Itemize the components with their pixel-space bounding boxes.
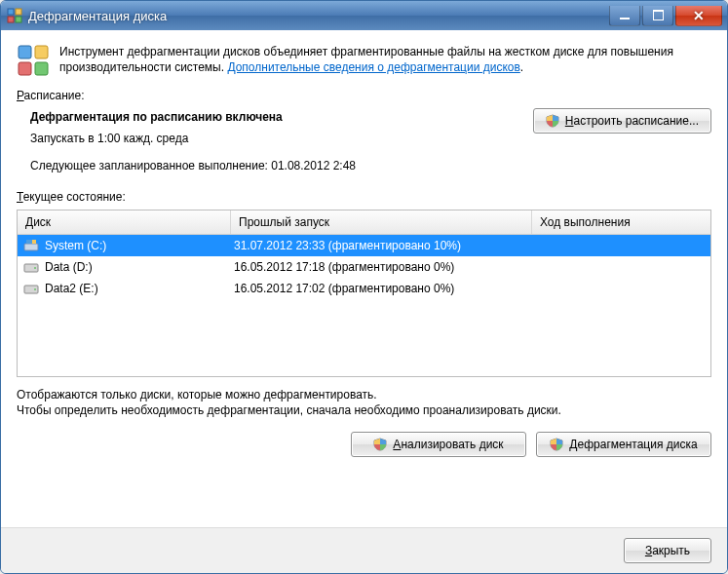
content-area: Инструмент дефрагментации дисков объедин… [1, 30, 727, 516]
svg-rect-0 [8, 9, 14, 15]
defrag-app-icon [7, 8, 22, 23]
col-header-progress[interactable]: Ход выполнения [532, 210, 710, 234]
schedule-next-run: Следующее запланированное выполнение: 01… [30, 157, 356, 174]
disk-name-cell: Data2 (E:) [18, 281, 228, 296]
svg-rect-2 [8, 17, 14, 22]
shield-icon [546, 114, 559, 128]
analyze-disk-button[interactable]: Анализировать диск [351, 432, 526, 457]
defrag-large-icon [17, 44, 50, 77]
window-root: Дефрагментация диска ✕ Инструмент дефраг… [0, 0, 728, 574]
last-run-cell: 16.05.2012 17:02 (фрагментировано 0%) [228, 282, 526, 295]
disk-name-cell: System (C:) [18, 238, 228, 253]
svg-rect-1 [16, 9, 21, 15]
system-drive-icon [23, 238, 39, 253]
hints-text: Отображаются только диски, которые можно… [17, 387, 711, 418]
last-run-cell: 31.07.2012 23:33 (фрагментировано 10%) [228, 239, 526, 252]
svg-rect-9 [26, 240, 32, 244]
disk-name: System (C:) [45, 239, 106, 252]
help-link[interactable]: Дополнительные сведения о дефрагментации… [227, 60, 519, 74]
svg-rect-6 [19, 62, 31, 75]
hard-drive-icon [23, 281, 39, 296]
svg-rect-4 [19, 46, 31, 58]
hint-line-1: Отображаются только диски, которые можно… [17, 387, 711, 402]
disk-name-cell: Data (D:) [18, 259, 228, 275]
window-title: Дефрагментация диска [28, 9, 608, 23]
svg-point-12 [34, 267, 36, 269]
table-row[interactable]: Data2 (E:)16.05.2012 17:02 (фрагментиров… [18, 278, 710, 299]
hard-drive-icon [23, 259, 39, 275]
titlebar: Дефрагментация диска ✕ [1, 1, 727, 30]
disk-name: Data2 (E:) [45, 282, 98, 295]
disk-name: Data (D:) [45, 260, 93, 274]
shield-icon [373, 438, 387, 451]
disk-table-header: Диск Прошлый запуск Ход выполнения [18, 210, 710, 235]
svg-rect-8 [24, 244, 38, 250]
configure-schedule-button[interactable]: Настроить расписание... [533, 108, 711, 134]
maximize-button[interactable] [642, 6, 673, 26]
table-row[interactable]: Data (D:)16.05.2012 17:18 (фрагментирова… [18, 256, 710, 278]
svg-rect-10 [32, 240, 36, 244]
col-header-disk[interactable]: Диск [18, 210, 231, 234]
close-button[interactable]: Закрыть [624, 538, 711, 563]
shield-icon [550, 438, 563, 451]
window-controls: ✕ [608, 6, 723, 26]
col-header-last-run[interactable]: Прошлый запуск [231, 210, 532, 234]
disk-table-body: System (C:)31.07.2012 23:33 (фрагментиро… [18, 235, 710, 376]
action-buttons-row: Анализировать диск Дефрагментация диска [17, 432, 711, 457]
schedule-enabled-text: Дефрагментация по расписанию включена [30, 108, 356, 126]
last-run-cell: 16.05.2012 17:18 (фрагментировано 0%) [228, 260, 526, 274]
footer: Закрыть [1, 528, 727, 573]
svg-point-14 [34, 288, 36, 290]
disk-table: Диск Прошлый запуск Ход выполнения Syste… [17, 210, 711, 377]
close-window-button[interactable]: ✕ [675, 6, 722, 26]
schedule-info: Дефрагментация по расписанию включена За… [17, 108, 356, 174]
svg-rect-7 [35, 62, 48, 75]
schedule-run-at: Запускать в 1:00 кажд. среда [30, 130, 356, 147]
current-state-label: Текущее состояние: [17, 190, 711, 204]
intro-text: Инструмент дефрагментации дисков объедин… [59, 44, 711, 75]
intro-suffix: . [520, 60, 523, 74]
defragment-disk-button[interactable]: Дефрагментация диска [536, 432, 711, 457]
schedule-section-label: Расписание: [17, 89, 711, 102]
schedule-row: Дефрагментация по расписанию включена За… [17, 108, 711, 174]
hint-line-2: Чтобы определить необходимость дефрагмен… [17, 402, 711, 418]
svg-rect-3 [16, 17, 21, 22]
minimize-button[interactable] [609, 6, 640, 26]
intro-section: Инструмент дефрагментации дисков объедин… [17, 44, 711, 77]
table-row[interactable]: System (C:)31.07.2012 23:33 (фрагментиро… [18, 235, 710, 256]
svg-rect-5 [35, 46, 48, 58]
